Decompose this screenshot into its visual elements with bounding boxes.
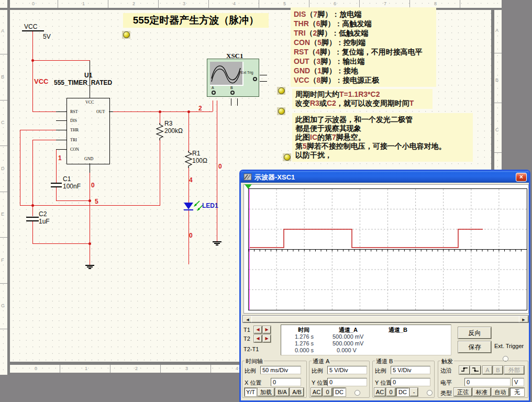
rising-edge-button[interactable] bbox=[459, 366, 470, 374]
wire-segment[interactable] bbox=[20, 130, 56, 130]
ground-symbol[interactable] bbox=[85, 265, 94, 270]
trigger-source-b-button[interactable]: B bbox=[493, 366, 503, 374]
wire-segment[interactable] bbox=[189, 111, 189, 152]
net-label-0-scope[interactable]: 0 bbox=[218, 163, 222, 170]
mode-yt-button[interactable]: Y/T bbox=[245, 388, 257, 396]
wire-segment[interactable] bbox=[32, 140, 33, 205]
wire-segment[interactable] bbox=[32, 60, 90, 61]
r3-ref-label[interactable]: R3 bbox=[164, 120, 172, 127]
note-pin-functions[interactable]: DIS（7脚）：放电端THR（6脚）：高触发端TRI（2脚）：低触发端CON（5… bbox=[291, 7, 436, 87]
wire-segment[interactable] bbox=[32, 221, 33, 243]
c1-value-label[interactable]: 100nF bbox=[63, 183, 81, 190]
pushpin-icon[interactable] bbox=[122, 31, 130, 39]
wire-segment[interactable] bbox=[160, 140, 160, 205]
cha-ypos-input[interactable]: 0 bbox=[327, 378, 367, 386]
t2-right-button[interactable]: ▶ bbox=[263, 335, 271, 342]
xsc1-instrument[interactable]: Ext Trig A B bbox=[207, 59, 259, 97]
u1-ref-label[interactable]: U1 bbox=[84, 72, 92, 79]
r1-ref-label[interactable]: R1 bbox=[192, 150, 200, 157]
wire-segment[interactable] bbox=[90, 173, 90, 265]
reverse-button[interactable]: 反向 bbox=[458, 327, 491, 339]
net-label-2[interactable]: 2 bbox=[198, 105, 202, 112]
net-label-vcc[interactable]: VCC bbox=[34, 77, 48, 85]
chb-radio[interactable] bbox=[427, 390, 433, 396]
vcc-symbol-bar[interactable] bbox=[22, 30, 44, 31]
trigger-type-none-button[interactable]: 无 bbox=[510, 388, 524, 396]
net-label-5[interactable]: 5 bbox=[95, 198, 98, 205]
led1-ref-label[interactable]: LED1 bbox=[202, 202, 218, 209]
xsc1-terminal[interactable] bbox=[253, 77, 257, 81]
chb-ac-button[interactable]: AC bbox=[374, 388, 385, 396]
wire-segment[interactable] bbox=[32, 140, 56, 140]
c2-ref-label[interactable]: C2 bbox=[39, 210, 47, 218]
note-tips[interactable]: 此图加了示波器，和一个发光二极管都是便于观察其现象此图IC的第7脚悬空。第5脚若… bbox=[292, 113, 473, 162]
c2-value-label[interactable]: 1uF bbox=[39, 218, 50, 225]
trigger-type-auto-button[interactable]: 自动 bbox=[492, 388, 509, 396]
vcc-symbol-label[interactable]: VCC bbox=[24, 23, 37, 30]
resistor-r3[interactable] bbox=[156, 123, 164, 140]
level-unit-box[interactable]: V bbox=[512, 378, 524, 386]
mode-add-button[interactable]: 加载 bbox=[258, 388, 274, 396]
falling-edge-button[interactable] bbox=[470, 366, 481, 374]
wire-segment[interactable] bbox=[160, 111, 160, 124]
pushpin-icon[interactable] bbox=[283, 153, 291, 161]
wire-segment[interactable] bbox=[32, 60, 33, 111]
trigger-source-ext-button[interactable]: 外部 bbox=[504, 366, 524, 374]
t1-cursor-line[interactable] bbox=[249, 189, 250, 310]
u1-part-label[interactable]: 555_TIMER_RATED bbox=[54, 79, 112, 86]
ground-symbol[interactable] bbox=[213, 241, 221, 246]
pushpin-icon[interactable] bbox=[277, 107, 285, 115]
timebase-xpos-input[interactable]: 0 bbox=[271, 378, 301, 386]
window-titlebar[interactable]: 示波器-XSC1 × bbox=[241, 171, 529, 183]
scrollbar-thumb[interactable] bbox=[251, 316, 520, 322]
wire-segment[interactable] bbox=[32, 243, 90, 244]
cha-dc-button[interactable]: DC bbox=[333, 388, 346, 396]
t2-left-button[interactable]: ◀ bbox=[254, 335, 262, 342]
wire-segment[interactable] bbox=[189, 168, 189, 203]
chb-dc-button[interactable]: DC bbox=[396, 388, 409, 396]
net-label-0-led[interactable]: 0 bbox=[189, 232, 193, 239]
wire-segment[interactable] bbox=[20, 205, 160, 206]
wire-segment[interactable] bbox=[32, 111, 56, 112]
chb-minus-button[interactable]: - bbox=[410, 388, 418, 396]
timebase-scale-input[interactable]: 50 ms/Div bbox=[260, 366, 301, 374]
mode-ab-button[interactable]: A/B bbox=[290, 388, 304, 396]
chb-zero-button[interactable]: 0 bbox=[386, 388, 395, 396]
cha-radio[interactable] bbox=[354, 390, 360, 396]
capacitor-c2[interactable] bbox=[26, 217, 39, 218]
vcc-value-label[interactable]: 5V bbox=[43, 33, 51, 40]
wire-segment[interactable] bbox=[32, 31, 33, 60]
pushpin-icon[interactable] bbox=[277, 87, 285, 95]
net-label-0-gnd[interactable]: 0 bbox=[91, 182, 95, 189]
wire-segment[interactable] bbox=[56, 187, 57, 200]
mode-ba-button[interactable]: B/A bbox=[275, 388, 289, 396]
u1-555-timer[interactable]: VCC RST DIS THR TRI CON OUT GND bbox=[66, 98, 110, 164]
r3-value-label[interactable]: 200kΩ bbox=[164, 127, 183, 135]
wire-segment[interactable] bbox=[32, 205, 33, 216]
capacitor-c1[interactable] bbox=[51, 186, 62, 187]
cha-scale-input[interactable]: 5 V/Div bbox=[327, 366, 367, 374]
net-label-1[interactable]: 1 bbox=[58, 154, 62, 162]
scope-scrollbar[interactable]: ◀ ▶ bbox=[242, 315, 529, 323]
xsc1-terminal[interactable] bbox=[230, 91, 235, 95]
t1-right-button[interactable]: ▶ bbox=[263, 326, 271, 333]
schematic-title[interactable]: 555定时器产生方波（脉冲） bbox=[123, 13, 269, 28]
capacitor-c2[interactable] bbox=[26, 220, 39, 221]
chb-ypos-input[interactable]: 0 bbox=[391, 378, 430, 386]
note-period-formula[interactable]: 周期时间大约T=1.1R3*C2改变R3或C2，就可以改变周期时间T bbox=[292, 89, 433, 109]
level-input[interactable]: 0 bbox=[464, 378, 511, 386]
net-label-4[interactable]: 4 bbox=[189, 176, 193, 184]
t1-left-button[interactable]: ◀ bbox=[254, 326, 262, 333]
r1-value-label[interactable]: 100Ω bbox=[192, 157, 207, 164]
capacitor-c1[interactable] bbox=[51, 183, 62, 184]
wire-segment[interactable] bbox=[56, 200, 90, 201]
cha-zero-button[interactable]: 0 bbox=[323, 388, 332, 396]
trigger-type-single-button[interactable]: 正弦 bbox=[454, 388, 472, 396]
cha-ac-button[interactable]: AC bbox=[311, 388, 322, 396]
trigger-source-a-button[interactable]: A bbox=[483, 366, 492, 374]
wire-segment[interactable] bbox=[113, 111, 213, 112]
save-button[interactable]: 保存 bbox=[458, 341, 491, 353]
xsc1-terminal[interactable] bbox=[212, 91, 216, 95]
wire-segment[interactable] bbox=[56, 149, 57, 183]
wire-segment[interactable] bbox=[20, 130, 20, 205]
